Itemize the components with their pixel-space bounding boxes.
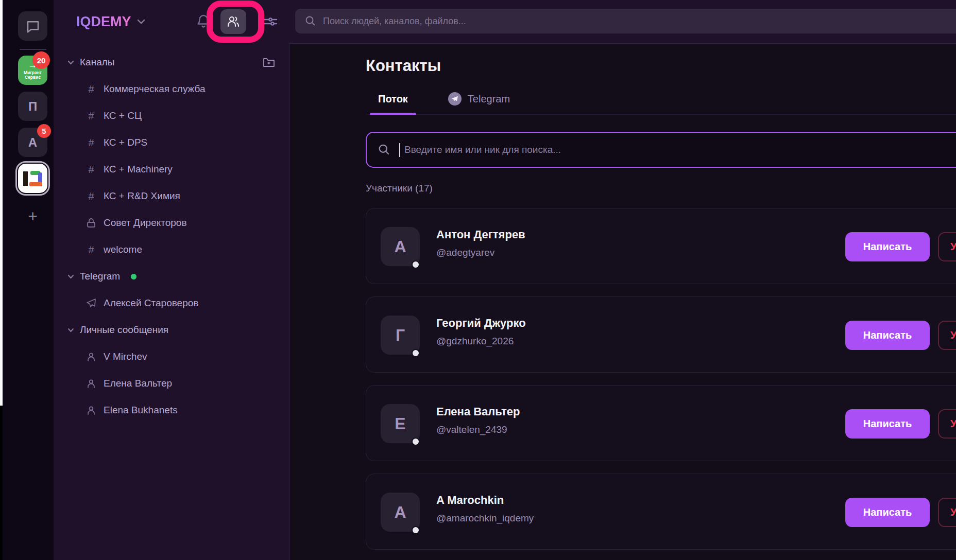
members-count-label: Участники (17) [366,183,956,194]
tabs-bar: Поток Telegram [366,89,956,115]
contact-label: Елена Вальтер [104,378,172,389]
unread-badge: 20 [32,51,50,69]
tab-telegram[interactable]: Telegram [440,89,518,114]
sidebar-channel[interactable]: # КС + СЦ [54,102,289,129]
chevron-down-icon [67,274,74,279]
contact-name: Елена Вальтер [436,405,520,418]
add-workspace-button[interactable]: + [18,202,47,231]
chats-rail-button[interactable] [18,11,47,41]
sidebar-channel-private[interactable]: Совет Директоров [54,209,289,236]
online-dot [131,274,136,279]
paper-plane-icon [86,298,97,308]
contact-username: @amarochkin_iqdemy [436,513,534,524]
person-icon [86,352,97,362]
sidebar-channel[interactable]: # КС + Machinery [54,156,289,183]
contact-label: Алексей Староверов [104,297,198,309]
write-button[interactable]: Написать [845,232,930,261]
screen-edge-artifact [0,406,3,560]
contact-search-field[interactable] [366,132,956,168]
sidebar-dm[interactable]: Elena Bukhanets [54,397,289,424]
contact-username: @valtelen_2439 [436,424,507,435]
tab-label: Поток [378,93,408,105]
contact-name: Антон Дегтярев [436,228,525,241]
channel-label: Коммерческая служба [104,83,206,95]
contact-label: V Mirchev [104,351,147,362]
sliders-icon [263,14,278,29]
top-bar: IQDEMY [54,0,956,43]
iqdemy-logo-icon [23,171,42,186]
sidebar-dm[interactable]: V Mirchev [54,343,289,370]
telegram-section-header[interactable]: Telegram [54,263,289,290]
screen-edge-artifact [0,0,3,406]
workspace-switcher[interactable]: IQDEMY [76,0,145,43]
hash-icon: # [86,83,97,95]
workspace-p[interactable]: П [18,92,47,121]
delete-button[interactable]: У [938,232,956,261]
hash-icon: # [86,190,97,202]
lock-icon [86,218,97,228]
person-icon [86,406,97,415]
sidebar-dm[interactable]: Елена Вальтер [54,370,289,397]
channel-sidebar: Каналы # Коммерческая служба # КС + СЦ #… [54,43,290,560]
dm-section-header[interactable]: Личные сообщения [54,317,289,343]
channel-label: КС + Machinery [104,164,173,175]
search-icon [304,15,317,27]
chevron-down-icon [67,60,74,65]
hash-icon: # [86,137,97,149]
workspace-iqdemy-active[interactable] [18,164,47,193]
filter-settings-button[interactable] [263,14,278,29]
rail-divider [20,49,46,50]
app-rail: → Мигрант Сервис 20 П A 5 + [0,0,54,560]
section-label: Telegram [80,271,120,282]
global-search-bar[interactable] [295,9,956,33]
write-button[interactable]: Написать [845,409,930,439]
hash-icon: # [86,244,97,256]
contact-card: A A Marochkin @amarochkin_iqdemy Написат… [366,474,956,550]
write-button[interactable]: Написать [845,498,930,527]
sidebar-channel[interactable]: # КС + DPS [54,129,289,156]
section-label: Личные сообщения [80,324,168,336]
contact-search-input[interactable] [404,144,956,155]
person-icon [86,379,97,389]
section-label: Каналы [80,57,114,68]
sidebar-channel[interactable]: # Коммерческая служба [54,76,289,102]
workspace-label: Сервис [25,75,41,80]
contacts-page: Контакты Поток Telegram [290,43,956,560]
channel-label: Совет Директоров [104,217,187,229]
status-dot [412,260,420,269]
add-channel-folder-icon[interactable] [263,57,275,68]
app-window: → Мигрант Сервис 20 П A 5 + IQDEMY [0,0,956,560]
tab-label: Telegram [468,93,510,105]
channel-label: welcome [104,244,142,255]
chevron-down-icon [67,328,74,332]
workspace-initial: A [28,135,37,150]
sidebar-channel[interactable]: # КС + R&D Химия [54,183,289,209]
channel-label: КС + СЦ [104,110,142,121]
contact-username: @adegtyarev [436,247,494,258]
contact-username: @gdzhurko_2026 [436,336,514,347]
text-caret [399,143,400,157]
chevron-down-icon [137,19,145,24]
sidebar-telegram-contact[interactable]: Алексей Староверов [54,290,289,317]
status-dot [412,349,420,357]
workspace-title: IQDEMY [76,14,131,30]
tab-potok[interactable]: Поток [370,89,416,114]
hash-icon: # [86,110,97,122]
global-search-input[interactable] [323,16,956,27]
write-button[interactable]: Написать [845,321,930,350]
search-icon [378,143,391,156]
workspace-initial: П [28,99,37,114]
status-dot [412,437,420,446]
unread-badge: 5 [37,124,51,138]
contact-card: Г Георгий Джурко @gdzhurko_2026 Написать… [366,296,956,373]
sidebar-channel[interactable]: # welcome [54,236,289,263]
delete-button[interactable]: У [938,409,956,439]
channels-section-header[interactable]: Каналы [54,49,289,76]
delete-button[interactable]: У [938,321,956,350]
channel-label: КС + R&D Химия [104,190,180,202]
chat-bubble-icon [25,19,41,34]
page-title: Контакты [366,57,956,75]
contact-label: Elena Bukhanets [104,405,178,416]
plus-icon: + [28,207,38,226]
delete-button[interactable]: У [938,498,956,527]
